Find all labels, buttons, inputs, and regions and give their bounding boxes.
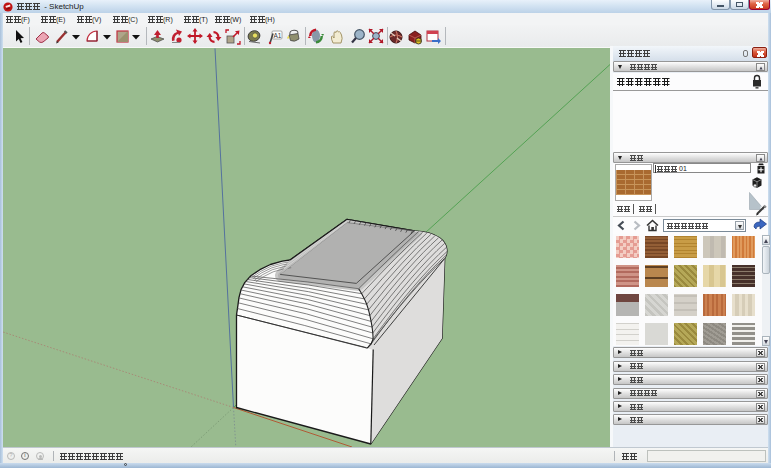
svg-text:A1: A1 <box>274 32 282 39</box>
